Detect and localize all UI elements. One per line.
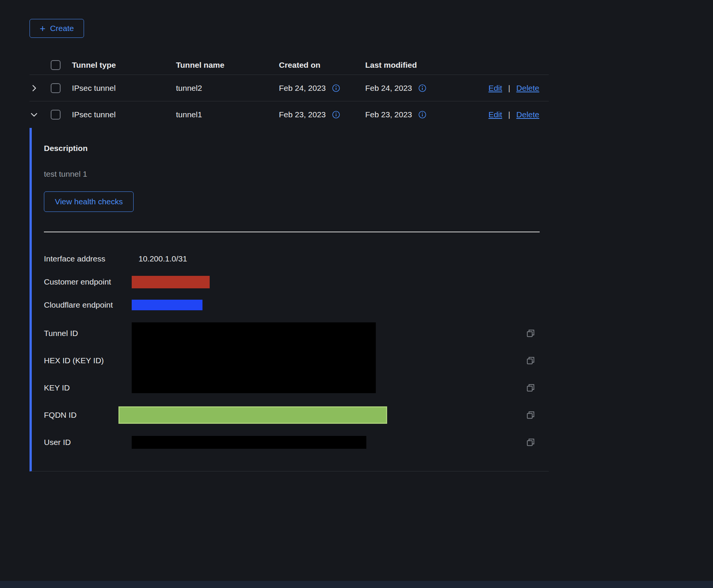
create-button[interactable]: + Create xyxy=(30,19,84,38)
last-modified-cell: Feb 24, 2023 xyxy=(365,84,412,93)
bottom-strip xyxy=(0,581,713,588)
info-icon[interactable] xyxy=(332,84,340,92)
select-all-checkbox[interactable] xyxy=(51,60,61,70)
row-checkbox[interactable] xyxy=(51,110,61,120)
tunnel-id-group: Tunnel ID HEX ID (KEY ID) xyxy=(44,320,549,401)
copy-icon[interactable] xyxy=(525,355,536,366)
copy-icon[interactable] xyxy=(525,410,536,420)
edit-link[interactable]: Edit xyxy=(489,110,502,119)
user-id-row: User ID xyxy=(44,429,549,456)
tunnels-page: + Create Tunnel type Tunnel name Created… xyxy=(0,0,549,471)
created-on-cell: Feb 24, 2023 xyxy=(279,84,326,93)
chevron-down-icon[interactable] xyxy=(30,110,39,119)
view-health-checks-label: View health checks xyxy=(55,197,123,206)
tunnel-name-cell: tunnel2 xyxy=(176,84,279,93)
chevron-right-icon[interactable] xyxy=(30,84,39,93)
cloudflare-endpoint-redacted-value xyxy=(132,300,202,310)
delete-link[interactable]: Delete xyxy=(516,110,539,119)
tunnel-type-cell: IPsec tunnel xyxy=(72,110,176,119)
action-separator: | xyxy=(508,84,510,93)
user-id-redacted-value xyxy=(132,436,366,449)
view-health-checks-button[interactable]: View health checks xyxy=(44,191,134,212)
interface-address-label: Interface address xyxy=(44,254,132,263)
user-id-label: User ID xyxy=(44,438,132,447)
copy-icon[interactable] xyxy=(525,437,536,448)
info-icon[interactable] xyxy=(418,84,427,92)
delete-link[interactable]: Delete xyxy=(516,84,539,93)
tunnel-detail-panel: Description test tunnel 1 View health ch… xyxy=(30,128,549,471)
last-modified-cell: Feb 23, 2023 xyxy=(365,110,412,119)
info-icon[interactable] xyxy=(418,110,427,119)
customer-endpoint-redacted-value xyxy=(132,276,210,288)
copy-icon[interactable] xyxy=(525,383,536,393)
created-on-cell: Feb 23, 2023 xyxy=(279,110,326,119)
customer-endpoint-label: Customer endpoint xyxy=(44,277,132,286)
key-id-label: KEY ID xyxy=(44,383,132,392)
description-value: test tunnel 1 xyxy=(44,170,549,179)
cloudflare-endpoint-label: Cloudflare endpoint xyxy=(44,300,132,310)
table-row-tunnel1: IPsec tunnel tunnel1 Feb 23, 2023 Feb 23… xyxy=(30,101,549,128)
copy-icon[interactable] xyxy=(525,328,536,339)
key-id-row: KEY ID xyxy=(44,374,549,401)
section-divider xyxy=(44,232,540,232)
action-separator: | xyxy=(508,110,510,119)
create-button-label: Create xyxy=(50,24,74,33)
tunnels-table: Tunnel type Tunnel name Created on Last … xyxy=(30,55,549,471)
cloudflare-endpoint-row: Cloudflare endpoint xyxy=(44,297,549,313)
interface-address-value: 10.200.1.0/31 xyxy=(139,254,187,263)
hex-id-label: HEX ID (KEY ID) xyxy=(44,356,132,365)
table-header: Tunnel type Tunnel name Created on Last … xyxy=(30,55,549,75)
interface-address-row: Interface address 10.200.1.0/31 xyxy=(44,250,549,267)
column-header-created-on: Created on xyxy=(279,61,365,70)
fqdn-id-row: FQDN ID xyxy=(44,401,549,429)
column-header-tunnel-type: Tunnel type xyxy=(72,61,176,70)
fqdn-id-redacted-value xyxy=(118,406,387,424)
table-row-tunnel2: IPsec tunnel tunnel2 Feb 24, 2023 Feb 24… xyxy=(30,75,549,101)
edit-link[interactable]: Edit xyxy=(489,84,502,93)
customer-endpoint-row: Customer endpoint xyxy=(44,274,549,290)
info-icon[interactable] xyxy=(332,110,340,119)
column-header-tunnel-name: Tunnel name xyxy=(176,61,279,70)
description-label: Description xyxy=(44,144,549,153)
column-header-last-modified: Last modified xyxy=(365,61,460,70)
tunnel-type-cell: IPsec tunnel xyxy=(72,84,176,93)
row-checkbox[interactable] xyxy=(51,83,61,93)
tunnel-id-label: Tunnel ID xyxy=(44,329,132,338)
tunnel-id-row: Tunnel ID xyxy=(44,320,549,347)
tunnel-name-cell: tunnel1 xyxy=(176,110,279,119)
hex-id-row: HEX ID (KEY ID) xyxy=(44,347,549,374)
plus-icon: + xyxy=(40,25,45,32)
tunnel-fields: Interface address 10.200.1.0/31 Customer… xyxy=(44,250,549,456)
